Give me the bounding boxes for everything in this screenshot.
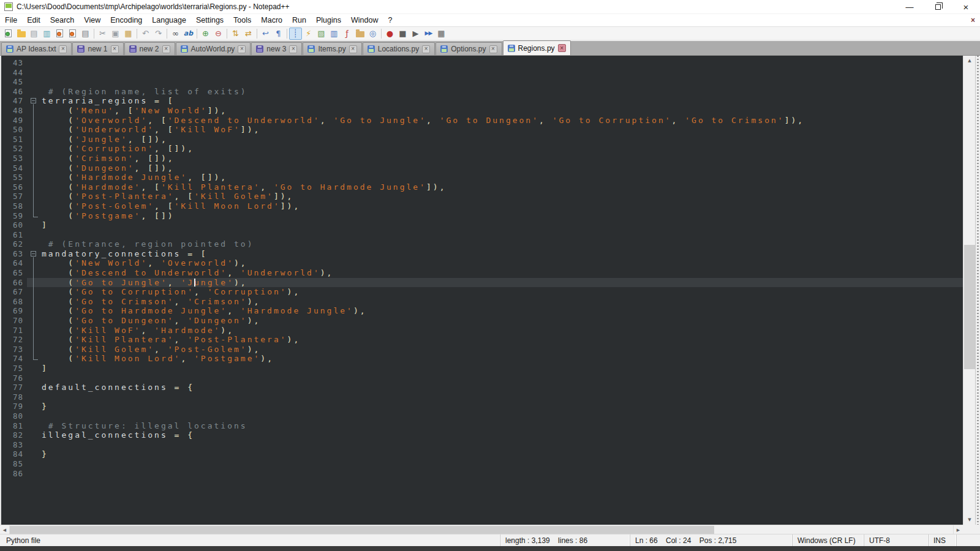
vertical-scrollbar[interactable]: ▲ ▼	[963, 56, 975, 525]
menu-settings[interactable]: Settings	[191, 15, 228, 26]
code-line[interactable]: 47terraria_regions = [	[1, 96, 963, 106]
save-button[interactable]: ▤	[28, 28, 40, 40]
replace-button[interactable]: ab	[182, 28, 195, 40]
print-button[interactable]: ▤	[79, 28, 92, 40]
tab-close-icon[interactable]: ×	[289, 45, 297, 53]
tab-close-icon[interactable]: ×	[59, 45, 67, 53]
open-file-button[interactable]	[15, 28, 28, 40]
menu-macro[interactable]: Macro	[256, 15, 287, 26]
horizontal-scrollbar-thumb[interactable]	[10, 526, 714, 534]
scroll-up-icon[interactable]: ▲	[963, 56, 976, 66]
menu-[interactable]: ?	[383, 15, 397, 26]
macro-play-button[interactable]: ▶	[409, 28, 422, 40]
zoom-out-button[interactable]: ⊖	[212, 28, 225, 40]
panel-splitter[interactable]	[975, 56, 980, 525]
code-line[interactable]: 70 ('Go to Dungeon', 'Dungeon'),	[1, 316, 963, 326]
tab-new-2[interactable]: new 2×	[124, 42, 175, 55]
folder-as-workspace-button[interactable]	[353, 28, 366, 40]
define-language-button[interactable]: ⚡	[302, 28, 315, 40]
new-file-button[interactable]	[2, 28, 15, 40]
macro-record-button[interactable]: ●	[383, 28, 396, 40]
menu-run[interactable]: Run	[287, 15, 311, 26]
tab-regions-py[interactable]: Regions.py×	[503, 40, 571, 55]
tab-close-icon[interactable]: ×	[558, 44, 566, 52]
tab-ap-ideas-txt[interactable]: AP Ideas.txt×	[1, 42, 72, 55]
tab-close-icon[interactable]: ×	[238, 45, 246, 53]
code-line[interactable]: 83	[1, 440, 963, 450]
code-editor[interactable]: 43444546 # (Region name, list of exits)4…	[0, 56, 963, 525]
code-line[interactable]: 49 ('Overworld', ['Descend to Underworld…	[1, 116, 963, 126]
code-line[interactable]: 85	[1, 459, 963, 469]
code-line[interactable]: 45	[1, 77, 963, 87]
sync-horizontal-scroll-button[interactable]: ⇄	[242, 28, 255, 40]
redo-button[interactable]: ↷	[152, 28, 165, 40]
tab-new-3[interactable]: new 3×	[251, 42, 302, 55]
macro-run-multiple-button[interactable]: ▶▶	[422, 28, 435, 40]
sync-vertical-scroll-button[interactable]: ⇅	[229, 28, 242, 40]
menu-file[interactable]: File	[0, 15, 22, 26]
code-line[interactable]: 62 # (Entrance, region pointed to)	[1, 239, 963, 249]
menu-edit[interactable]: Edit	[22, 15, 45, 26]
scroll-down-icon[interactable]: ▼	[963, 515, 976, 525]
menu-window[interactable]: Window	[346, 15, 383, 26]
close-all-button[interactable]	[66, 28, 79, 40]
menu-tools[interactable]: Tools	[228, 15, 256, 26]
show-indent-guide-button[interactable]: ┊	[289, 28, 302, 40]
copy-button[interactable]: ▣	[109, 28, 122, 40]
code-line[interactable]: 56 ('Hardmode', ['Kill Plantera', 'Go to…	[1, 182, 963, 192]
monitoring-button[interactable]: ◎	[366, 28, 379, 40]
fold-collapse-icon[interactable]	[27, 96, 42, 106]
close-file-button[interactable]	[53, 28, 66, 40]
function-list-button[interactable]: ƒ	[341, 28, 353, 40]
tab-autoworld-py[interactable]: AutoWorld.py×	[176, 42, 251, 55]
code-line[interactable]: 64 ('New World', 'Overworld'),	[1, 258, 963, 268]
code-line[interactable]: 81 # Structure: illegal locations	[1, 421, 963, 431]
tab-close-icon[interactable]: ×	[489, 45, 497, 53]
code-line[interactable]: 58 ('Post-Golem', ['Kill Moon Lord']),	[1, 201, 963, 211]
close-document-icon[interactable]: ×	[971, 16, 975, 24]
code-line[interactable]: 67 ('Go to Corruption', 'Corruption'),	[1, 287, 963, 297]
code-line[interactable]: 71 ('Kill WoF', 'Hardmode'),	[1, 326, 963, 335]
menu-view[interactable]: View	[79, 15, 105, 26]
scroll-left-icon[interactable]: ◀	[0, 525, 10, 534]
resize-grip[interactable]	[956, 534, 980, 546]
code-line[interactable]: 65 ('Descend to Underworld', 'Underworld…	[1, 268, 963, 278]
code-line[interactable]: 52 ('Corruption', []),	[1, 144, 963, 154]
show-all-characters-button[interactable]: ¶	[272, 28, 285, 40]
code-line[interactable]: 68 ('Go to Crimson', 'Crimson'),	[1, 297, 963, 307]
restore-button[interactable]	[924, 0, 952, 13]
fold-box-icon[interactable]	[31, 251, 36, 257]
word-wrap-button[interactable]: ↩	[259, 28, 272, 40]
code-line[interactable]: 57 ('Post-Plantera', ['Kill Golem']),	[1, 192, 963, 201]
code-line[interactable]: 73 ('Kill Golem', 'Post-Golem'),	[1, 345, 963, 354]
code-line[interactable]: 55 ('Hardmode Jungle', []),	[1, 173, 963, 182]
document-list-button[interactable]: ▥	[328, 28, 341, 40]
vertical-scrollbar-thumb[interactable]	[964, 245, 975, 369]
fold-box-icon[interactable]	[31, 98, 36, 103]
tab-close-icon[interactable]: ×	[111, 45, 119, 53]
code-line[interactable]: 66 ('Go to Jungle', 'Jungle'),	[1, 278, 963, 288]
code-line[interactable]: 77default_connections = {	[1, 383, 963, 392]
tab-locations-py[interactable]: Locations.py×	[363, 42, 435, 55]
code-line[interactable]: 50 ('Underworld', ['Kill WoF']),	[1, 125, 963, 135]
tab-items-py[interactable]: Items.py×	[303, 42, 361, 55]
cut-button[interactable]: ✂	[96, 28, 109, 40]
menu-plugins[interactable]: Plugins	[311, 15, 346, 26]
horizontal-scrollbar[interactable]: ◀ ▶	[0, 525, 963, 534]
undo-button[interactable]: ↶	[139, 28, 152, 40]
code-line[interactable]: 60]	[1, 220, 963, 230]
code-line[interactable]: 43	[1, 58, 963, 68]
menu-encoding[interactable]: Encoding	[105, 15, 147, 26]
tab-close-icon[interactable]: ×	[422, 45, 430, 53]
code-line[interactable]: 63mandatory_connections = [	[1, 249, 963, 259]
paste-button[interactable]: ▦	[122, 28, 135, 40]
code-line[interactable]: 86	[1, 469, 963, 479]
save-all-button[interactable]: ▥	[40, 28, 53, 40]
menu-language[interactable]: Language	[147, 15, 191, 26]
zoom-in-button[interactable]: ⊕	[199, 28, 212, 40]
tab-close-icon[interactable]: ×	[349, 45, 357, 53]
macro-stop-button[interactable]: ■	[396, 28, 409, 40]
code-line[interactable]: 84}	[1, 449, 963, 459]
code-line[interactable]: 72 ('Kill Plantera', 'Post-Plantera'),	[1, 335, 963, 345]
code-line[interactable]: 69 ('Go to Hardmode Jungle', 'Hardmode J…	[1, 306, 963, 316]
